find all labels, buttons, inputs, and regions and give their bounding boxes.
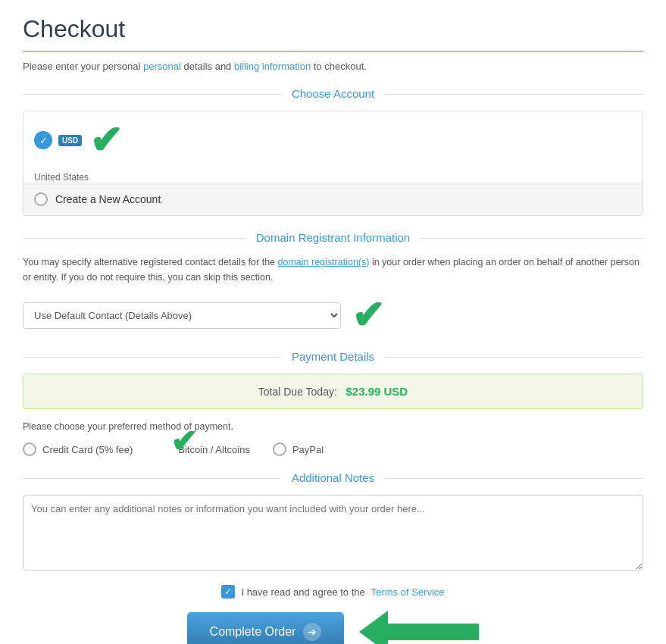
- complete-order-button[interactable]: Complete Order ➜: [187, 612, 345, 644]
- payment-details-label: Payment Details: [281, 350, 385, 363]
- complete-order-row: Complete Order ➜: [23, 611, 643, 644]
- arrow-head: [359, 611, 388, 644]
- green-checkmark-account: ✔: [89, 120, 123, 160]
- domain-contact-select[interactable]: Use Default Contact (Details Above): [23, 302, 341, 329]
- radio-paypal[interactable]: [273, 442, 286, 456]
- total-due-box: Total Due Today: $23.99 USD: [23, 374, 643, 409]
- additional-notes-section-header: Additional Notes: [23, 471, 643, 484]
- terms-checkbox[interactable]: ✓: [221, 585, 235, 599]
- green-checkmark-domain: ✔: [352, 295, 385, 335]
- arrow-body: [388, 624, 479, 640]
- account-country-label: United States: [23, 172, 643, 183]
- domain-row: Use Default Contact (Details Above) ✔: [23, 295, 643, 335]
- create-new-account-option[interactable]: Create a New Account: [23, 183, 643, 215]
- total-due-amount: $23.99 USD: [346, 385, 408, 398]
- green-checkmark-payment: ✔: [170, 426, 197, 458]
- total-due-label: Total Due Today:: [258, 386, 337, 398]
- payment-method-credit-card[interactable]: Credit Card (5% fee): [23, 442, 133, 456]
- additional-notes-label: Additional Notes: [281, 471, 385, 484]
- terms-of-service-link[interactable]: Terms of Service: [371, 586, 445, 598]
- green-arrow: [359, 611, 479, 644]
- credit-card-label: Credit Card (5% fee): [42, 444, 133, 455]
- radio-credit-card[interactable]: [23, 442, 36, 456]
- domain-registrant-label: Domain Registrant Information: [245, 231, 421, 244]
- billing-link[interactable]: billing information: [234, 61, 311, 72]
- payment-details-section-header: Payment Details: [23, 350, 643, 363]
- choose-account-label: Choose Account: [281, 87, 385, 100]
- page-title: Checkout: [23, 15, 643, 43]
- check-icon-blue: ✓: [34, 131, 52, 149]
- create-new-label: Create a New Account: [55, 193, 161, 205]
- terms-text: I have read and agree to the: [241, 586, 364, 598]
- domain-registrations-link[interactable]: domain registration(s): [278, 257, 370, 267]
- personal-link[interactable]: personal: [143, 61, 181, 72]
- payment-prompt: Please choose your preferred method of p…: [23, 421, 643, 432]
- arrow-right-icon: ➜: [303, 623, 321, 641]
- page-subtitle: Please enter your personal personal deta…: [23, 61, 643, 72]
- top-divider: [23, 51, 643, 52]
- usd-badge: USD: [58, 135, 82, 146]
- domain-registrant-section-header: Domain Registrant Information: [23, 231, 643, 244]
- payment-methods: Credit Card (5% fee) ✔ Bitcoin / Altcoin…: [23, 442, 643, 456]
- paypal-label: PayPal: [292, 444, 324, 455]
- additional-notes-textarea[interactable]: [23, 495, 643, 571]
- account-option-usd[interactable]: ✓ USD ✔: [23, 111, 643, 169]
- payment-method-paypal[interactable]: PayPal: [273, 442, 324, 456]
- choose-account-section-header: Choose Account: [23, 87, 643, 100]
- radio-create-new[interactable]: [34, 192, 48, 206]
- terms-row: ✓ I have read and agree to the Terms of …: [23, 585, 643, 599]
- account-card: ✓ USD ✔ United States Create a New Accou…: [23, 111, 643, 216]
- domain-info-text: You may specify alternative registered c…: [23, 255, 643, 285]
- complete-order-label: Complete Order: [210, 625, 296, 639]
